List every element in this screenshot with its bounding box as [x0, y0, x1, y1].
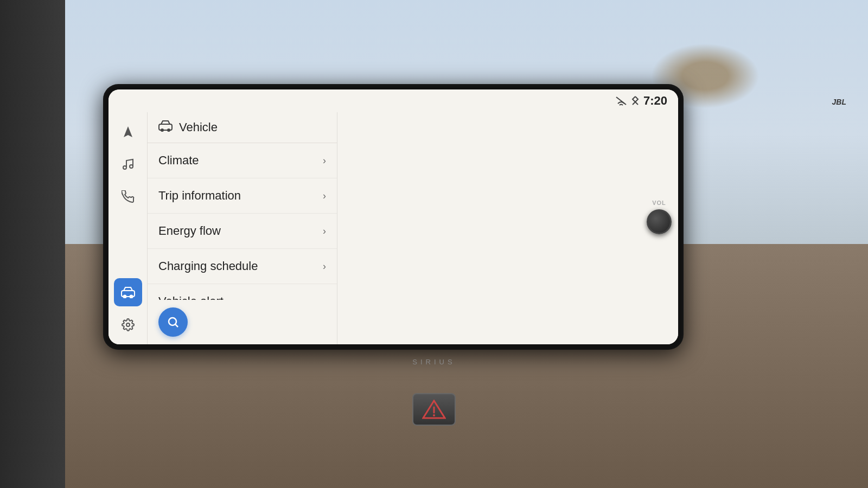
climate-label: Climate: [158, 153, 199, 168]
svg-point-10: [169, 318, 176, 325]
menu-header-title: Vehicle: [179, 120, 218, 134]
menu-header: Vehicle: [148, 112, 337, 143]
main-content: Vehicle Climate › Trip information ›: [108, 112, 678, 344]
sidebar-item-settings[interactable]: [114, 311, 142, 339]
svg-line-0: [616, 97, 626, 105]
speaker-brand: JBL: [832, 98, 846, 106]
bluetooth-icon: [631, 95, 639, 106]
energy-flow-arrow: ›: [323, 226, 326, 237]
menu-item-vehicle-alert[interactable]: Vehicle alert ›: [148, 284, 337, 300]
infotainment-screen: 7:20: [108, 89, 678, 344]
trip-information-label: Trip information: [158, 189, 241, 203]
charging-schedule-arrow: ›: [323, 261, 326, 272]
search-btn-container: [148, 300, 337, 344]
sidebar: [108, 112, 148, 344]
status-icons: 7:20: [615, 94, 667, 108]
signal-crossed-icon: [615, 96, 627, 106]
vol-area: VOL: [647, 200, 672, 234]
status-time: 7:20: [643, 94, 667, 108]
climate-arrow: ›: [323, 155, 326, 166]
sidebar-item-navigation[interactable]: [114, 118, 142, 146]
vol-knob[interactable]: [647, 209, 672, 234]
sidebar-item-music[interactable]: [114, 150, 142, 178]
hazard-button[interactable]: [412, 393, 456, 426]
vol-label: VOL: [652, 200, 666, 206]
menu-item-energy-flow[interactable]: Energy flow ›: [148, 214, 337, 249]
vehicle-alert-label: Vehicle alert: [158, 294, 224, 300]
right-content-area: [337, 112, 678, 344]
menu-item-trip-information[interactable]: Trip information ›: [148, 178, 337, 214]
svg-point-13: [433, 414, 435, 416]
sidebar-item-vehicle[interactable]: [114, 278, 142, 306]
svg-point-4: [123, 296, 126, 298]
vehicle-menu-icon: [158, 120, 173, 135]
charging-schedule-label: Charging schedule: [158, 259, 258, 273]
svg-point-1: [123, 166, 126, 169]
search-button[interactable]: [158, 307, 188, 337]
svg-point-6: [126, 323, 130, 326]
hazard-area: [412, 393, 456, 426]
menu-item-climate[interactable]: Climate ›: [148, 143, 337, 178]
menu-item-charging-schedule[interactable]: Charging schedule ›: [148, 249, 337, 284]
svg-point-5: [130, 296, 132, 298]
left-panel: [0, 0, 65, 488]
trip-information-arrow: ›: [323, 190, 326, 202]
svg-point-2: [130, 165, 133, 168]
sidebar-item-phone[interactable]: [114, 183, 142, 211]
scene: JBL 7:20: [0, 0, 868, 488]
vehicle-alert-arrow: ›: [323, 296, 326, 300]
status-bar: 7:20: [108, 89, 678, 112]
screen-bezel: 7:20: [103, 84, 684, 350]
menu-items-list: Climate › Trip information › Energy flow…: [148, 143, 337, 300]
energy-flow-label: Energy flow: [158, 224, 221, 238]
sirius-text: SIRIUS: [412, 358, 455, 366]
menu-panel: Vehicle Climate › Trip information ›: [148, 112, 337, 344]
